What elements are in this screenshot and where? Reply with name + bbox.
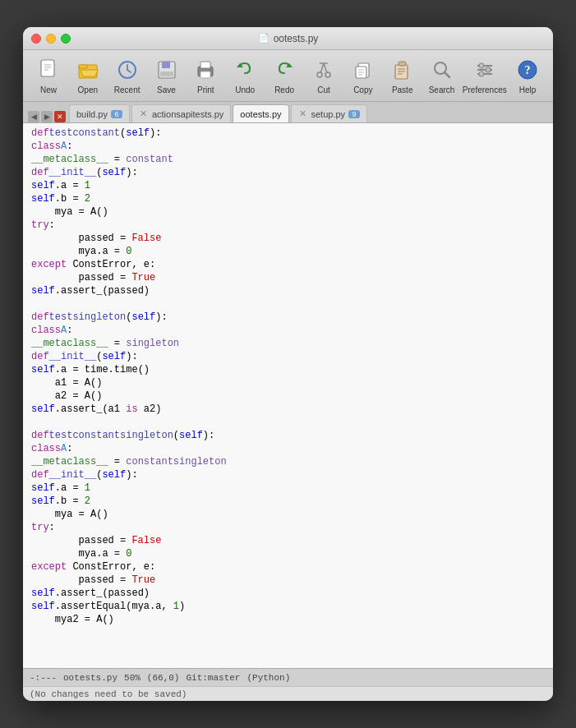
close-tab-button[interactable]: ✕ <box>54 111 66 122</box>
code-line <box>23 416 553 429</box>
svg-line-20 <box>320 63 324 73</box>
svg-rect-0 <box>41 60 54 76</box>
print-button[interactable]: Print <box>187 53 224 98</box>
svg-rect-10 <box>162 62 170 68</box>
undo-label: Undo <box>235 85 255 94</box>
code-line: def __init__(self): <box>23 350 553 363</box>
code-line: class A: <box>23 140 553 153</box>
recent-button[interactable]: Recent <box>108 53 146 98</box>
redo-icon <box>271 57 297 83</box>
tab-build-badge: 6 <box>111 110 122 118</box>
close-button[interactable] <box>31 34 41 44</box>
tab-actionsapi[interactable]: ✕ actionsapitests.py <box>131 104 231 122</box>
code-line: except ConstError, e: <box>23 560 553 574</box>
code-line: except ConstError, e: <box>23 258 553 271</box>
tab-nav: ◀ ▶ ✕ <box>28 111 66 122</box>
mini-bar-message: (No changes need to be saved) <box>30 689 187 699</box>
code-line: passed = True <box>23 271 553 284</box>
code-line: self.assert_(a1 is a2) <box>23 403 553 416</box>
print-icon <box>192 57 219 83</box>
tab-setup[interactable]: ✕ setup.py 9 <box>291 104 368 122</box>
status-percent: 50% <box>124 673 141 683</box>
code-line: passed = False <box>23 232 553 245</box>
redo-button[interactable]: Redo <box>265 53 303 98</box>
preferences-button[interactable]: Preferences <box>462 53 507 98</box>
svg-point-19 <box>325 72 330 77</box>
new-label: New <box>40 85 57 94</box>
status-bar: -:--- ootests.py 50% (66,0) Git:master (… <box>23 668 553 686</box>
search-button[interactable]: Search <box>423 53 461 98</box>
save-button[interactable]: Save <box>148 53 186 98</box>
redo-label: Redo <box>274 85 294 94</box>
status-mode: -:--- <box>30 673 57 683</box>
search-label: Search <box>429 85 455 94</box>
status-lang: (Python) <box>247 673 290 683</box>
svg-line-8 <box>127 70 131 72</box>
paste-label: Paste <box>392 85 413 94</box>
cut-icon <box>311 57 337 83</box>
code-editor[interactable]: def testconstant(self): class A: __metac… <box>23 123 553 668</box>
code-line: self.a = 1 <box>23 481 553 495</box>
minimize-button[interactable] <box>46 34 56 44</box>
tab-next-button[interactable]: ▶ <box>41 111 53 122</box>
paste-icon <box>389 57 416 83</box>
toolbar: New Open Recent <box>23 50 553 102</box>
titlebar: 📄 ootests.py <box>23 27 553 50</box>
code-line: mya = A() <box>23 508 553 521</box>
paste-button[interactable]: Paste <box>384 53 422 98</box>
svg-line-21 <box>324 63 327 73</box>
svg-point-40 <box>479 71 484 76</box>
code-line: try: <box>23 521 553 534</box>
code-line: self.assert_(passed) <box>23 284 553 297</box>
code-line: mya2 = A() <box>23 613 553 626</box>
tab-actionsapi-close[interactable]: ✕ <box>139 109 149 119</box>
undo-button[interactable]: Undo <box>226 53 264 98</box>
code-line: self.assertEqual(mya.a, 1) <box>23 600 553 613</box>
code-line: def __init__(self): <box>23 468 553 481</box>
copy-icon <box>350 57 376 83</box>
maximize-button[interactable] <box>61 34 71 44</box>
svg-text:?: ? <box>525 64 531 76</box>
svg-point-38 <box>479 63 484 68</box>
tab-build[interactable]: build.py 6 <box>69 104 130 122</box>
code-line: class A: <box>23 324 553 337</box>
save-label: Save <box>157 85 176 94</box>
code-line: class A: <box>23 442 553 455</box>
copy-label: Copy <box>353 85 372 94</box>
tabs-bar: ◀ ▶ ✕ build.py 6 ✕ actionsapitests.py oo… <box>23 102 553 123</box>
new-button[interactable]: New <box>30 53 67 98</box>
svg-line-34 <box>445 72 449 77</box>
status-filename: ootests.py <box>63 673 118 683</box>
code-line: a1 = A() <box>23 376 553 389</box>
svg-point-18 <box>317 72 322 77</box>
code-line: __metaclass__ = singleton <box>23 337 553 350</box>
tab-setup-close[interactable]: ✕ <box>298 109 308 119</box>
window-title: 📄 ootests.py <box>258 33 319 44</box>
tab-build-label: build.py <box>76 109 108 119</box>
code-line: a2 = A() <box>23 389 553 403</box>
copy-button[interactable]: Copy <box>344 53 382 98</box>
recent-icon <box>114 57 141 83</box>
help-label: Help <box>519 85 537 94</box>
cut-button[interactable]: Cut <box>305 53 343 98</box>
code-line: def testsingleton(self): <box>23 311 553 324</box>
code-line: mya.a = 0 <box>23 245 553 258</box>
code-line: self.b = 2 <box>23 495 553 508</box>
save-icon <box>154 57 180 83</box>
code-line: __metaclass__ = constant <box>23 153 553 166</box>
help-button[interactable]: ? Help <box>509 53 546 98</box>
open-label: Open <box>78 85 98 94</box>
tab-prev-button[interactable]: ◀ <box>28 111 39 122</box>
file-icon: 📄 <box>258 33 270 44</box>
open-button[interactable]: Open <box>69 53 107 98</box>
undo-icon <box>232 57 258 83</box>
svg-rect-14 <box>200 71 210 78</box>
help-icon: ? <box>514 57 541 83</box>
traffic-lights <box>31 34 71 44</box>
code-line: __metaclass__ = constantsingleton <box>23 455 553 468</box>
svg-rect-11 <box>160 71 173 76</box>
tab-ootests[interactable]: ootests.py <box>233 104 288 122</box>
code-line: def testconstantsingleton(self): <box>23 429 553 442</box>
svg-rect-29 <box>399 62 406 66</box>
code-line: passed = False <box>23 534 553 547</box>
